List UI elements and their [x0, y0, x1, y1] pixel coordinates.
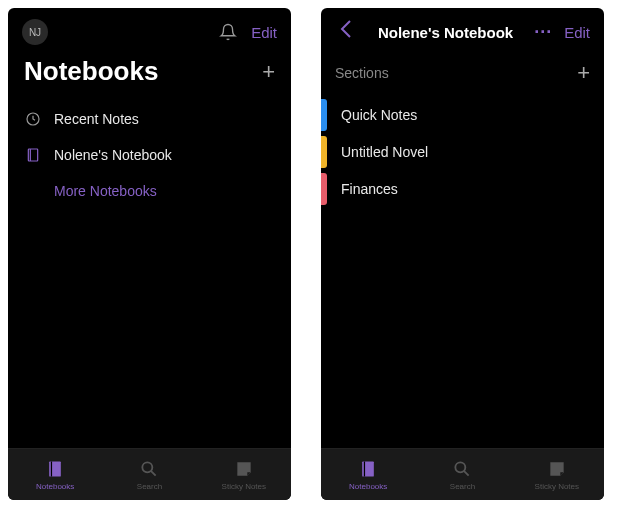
search-icon — [139, 459, 159, 479]
list-item-label: Nolene's Notebook — [54, 147, 172, 163]
bottom-nav: Notebooks Search Sticky Notes — [321, 448, 604, 500]
section-color-tab — [321, 99, 327, 131]
notebook-sections-screen: Nolene's Notebook ··· Edit Sections + Qu… — [321, 8, 604, 500]
notebooks-list: Recent Notes Nolene's Notebook More Note… — [8, 101, 291, 448]
nav-label: Notebooks — [349, 482, 387, 491]
sticky-note-icon — [547, 459, 567, 479]
section-item-finances[interactable]: Finances — [321, 170, 604, 207]
nav-label: Sticky Notes — [535, 482, 579, 491]
screen-title: Nolene's Notebook — [357, 24, 534, 41]
bottom-nav: Notebooks Search Sticky Notes — [8, 448, 291, 500]
nav-label: Search — [450, 482, 475, 491]
svg-point-7 — [456, 462, 466, 472]
avatar[interactable]: NJ — [22, 19, 48, 45]
more-notebooks-link[interactable]: More Notebooks — [8, 173, 291, 209]
section-label: Finances — [341, 181, 398, 197]
nav-notebooks[interactable]: Notebooks — [321, 449, 415, 500]
nav-label: Notebooks — [36, 482, 74, 491]
list-item-label: More Notebooks — [54, 183, 157, 199]
notebooks-screen: NJ Edit Notebooks + Recent Notes Nolene'… — [8, 8, 291, 500]
more-icon[interactable]: ··· — [534, 22, 552, 43]
section-item-quick-notes[interactable]: Quick Notes — [321, 96, 604, 133]
nav-sticky-notes[interactable]: Sticky Notes — [510, 449, 604, 500]
recent-notes-item[interactable]: Recent Notes — [8, 101, 291, 137]
section-color-tab — [321, 136, 327, 168]
nav-search[interactable]: Search — [415, 449, 509, 500]
add-notebook-icon[interactable]: + — [262, 59, 275, 85]
sections-header: Sections + — [321, 52, 604, 96]
notebook-item[interactable]: Nolene's Notebook — [8, 137, 291, 173]
nav-notebooks[interactable]: Notebooks — [8, 449, 102, 500]
sections-list: Quick Notes Untitled Novel Finances — [321, 96, 604, 448]
nav-label: Sticky Notes — [222, 482, 266, 491]
top-bar: Nolene's Notebook ··· Edit — [321, 8, 604, 52]
sticky-note-icon — [234, 459, 254, 479]
edit-button[interactable]: Edit — [564, 24, 590, 41]
svg-rect-6 — [364, 461, 365, 476]
section-item-untitled-novel[interactable]: Untitled Novel — [321, 133, 604, 170]
list-item-label: Recent Notes — [54, 111, 139, 127]
page-header: Notebooks + — [8, 52, 291, 101]
notifications-icon[interactable] — [219, 23, 237, 41]
search-icon — [452, 459, 472, 479]
notebook-icon — [358, 459, 378, 479]
edit-button[interactable]: Edit — [251, 24, 277, 41]
back-button[interactable] — [335, 19, 357, 45]
top-bar: NJ Edit — [8, 8, 291, 52]
notebook-icon — [24, 147, 42, 163]
nav-sticky-notes[interactable]: Sticky Notes — [197, 449, 291, 500]
svg-rect-3 — [51, 461, 52, 476]
page-title: Notebooks — [24, 56, 262, 87]
clock-icon — [24, 111, 42, 127]
section-color-tab — [321, 173, 327, 205]
nav-search[interactable]: Search — [102, 449, 196, 500]
notebook-icon — [45, 459, 65, 479]
section-label: Untitled Novel — [341, 144, 428, 160]
svg-point-4 — [143, 462, 153, 472]
nav-label: Search — [137, 482, 162, 491]
add-section-icon[interactable]: + — [577, 60, 590, 86]
section-label: Quick Notes — [341, 107, 417, 123]
sections-label: Sections — [335, 65, 577, 81]
